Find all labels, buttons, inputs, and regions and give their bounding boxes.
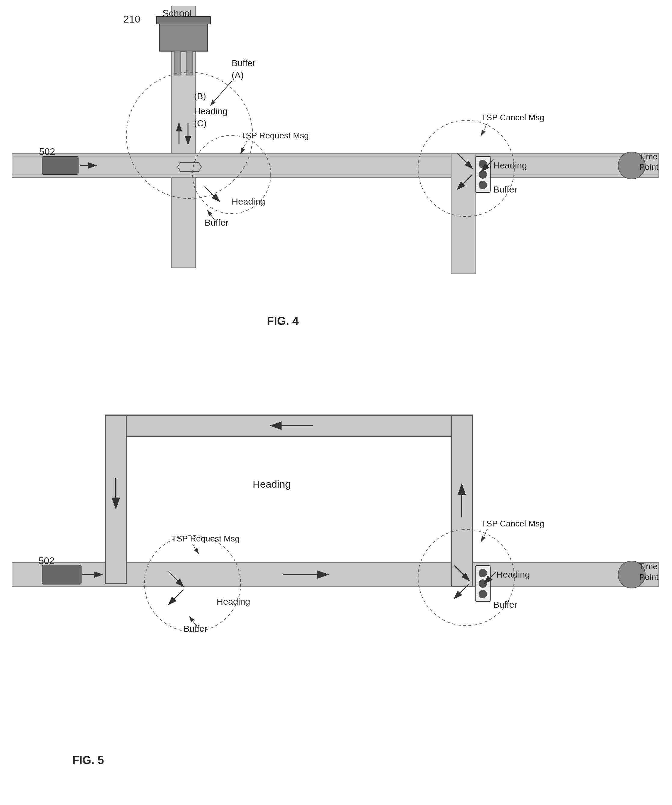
label-tspRequest-fig4: TSP Request Msg xyxy=(241,131,309,140)
svg-line-51 xyxy=(168,590,184,605)
label-headingC: Heading xyxy=(194,106,228,116)
svg-line-22 xyxy=(205,187,220,202)
svg-rect-14 xyxy=(42,156,78,174)
svg-text:(A): (A) xyxy=(232,70,244,80)
label-heading2-fig5: Heading xyxy=(496,570,530,579)
svg-rect-8 xyxy=(174,51,181,75)
fig5-label: FIG. 5 xyxy=(72,754,104,767)
svg-rect-4 xyxy=(171,177,196,268)
label-tspCancel-fig4: TSP Cancel Msg xyxy=(481,113,544,122)
svg-rect-6 xyxy=(159,21,207,51)
label-210: 210 xyxy=(123,13,140,25)
svg-rect-45 xyxy=(42,565,81,584)
svg-rect-9 xyxy=(187,51,192,75)
fig5-diagram: 502 TSP Request Msg Heading Buffer TSP C… xyxy=(12,355,659,782)
fig4-label: FIG. 4 xyxy=(267,315,299,327)
svg-line-20 xyxy=(241,141,246,153)
svg-point-27 xyxy=(478,170,487,179)
svg-rect-5 xyxy=(451,153,475,274)
page-container: 210 School Buffer (A) (B) Heading (C) 50… xyxy=(0,0,672,805)
label-buffer2-fig5: Buffer xyxy=(493,600,518,610)
svg-point-55 xyxy=(478,569,487,577)
svg-line-53 xyxy=(481,529,487,542)
svg-point-56 xyxy=(478,579,487,588)
label-tspCancel-fig5: TSP Cancel Msg xyxy=(481,519,544,528)
label-school: School xyxy=(163,8,192,19)
svg-text:Time: Time xyxy=(639,152,657,161)
label-tspRequest-fig5: TSP Request Msg xyxy=(171,534,240,543)
label-502-fig5: 502 xyxy=(38,555,54,566)
svg-line-24 xyxy=(481,123,487,135)
svg-text:Point: Point xyxy=(639,572,659,582)
svg-text:Point: Point xyxy=(639,163,659,172)
label-B: (B) xyxy=(194,91,206,101)
label-buffer2-fig4: Buffer xyxy=(493,184,518,194)
label-heading1-fig5: Heading xyxy=(217,596,250,606)
label-heading2-fig4: Heading xyxy=(493,160,527,170)
fig4-diagram: 210 School Buffer (A) (B) Heading (C) 50… xyxy=(12,6,659,352)
svg-point-57 xyxy=(478,590,487,598)
svg-text:(C): (C) xyxy=(194,118,207,128)
svg-text:Time: Time xyxy=(639,562,657,571)
svg-point-28 xyxy=(478,181,487,189)
label-502-fig4: 502 xyxy=(39,146,55,157)
svg-line-48 xyxy=(192,544,199,554)
heading-label-detected: Heading xyxy=(253,478,291,490)
svg-rect-0 xyxy=(12,153,659,177)
label-bufferA: Buffer xyxy=(232,58,256,68)
svg-line-12 xyxy=(210,81,232,105)
label-heading1-fig4: Heading xyxy=(232,196,265,206)
